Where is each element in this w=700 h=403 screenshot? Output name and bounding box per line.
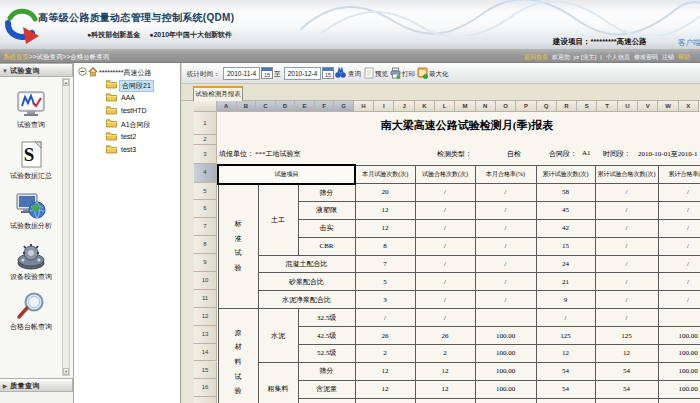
report-cell[interactable]: 含泥量 [298,380,355,398]
report-cell[interactable]: 筛分 [298,184,355,202]
report-cell[interactable] [536,398,595,403]
sheet-column-header[interactable]: G [334,101,354,112]
sheet-column-header[interactable]: U [618,101,638,112]
report-cell[interactable]: 8 [355,237,415,255]
report-cell[interactable]: / [658,255,700,273]
report-cell[interactable]: / [658,291,700,309]
report-cell[interactable]: / [595,255,658,273]
sheet-row-header[interactable]: 5 [194,183,217,201]
report-cell[interactable]: 42.5级 [298,327,355,345]
report-cell[interactable]: 54 [536,362,595,380]
report-cell[interactable] [298,398,355,403]
report-cell[interactable]: 54 [595,380,658,398]
report-cell[interactable]: / [475,237,536,255]
report-cell[interactable]: 水泥 [258,309,298,363]
preview-button[interactable]: 预览 [375,70,388,79]
report-header-cell[interactable]: 本月合格率(%) [475,165,536,184]
report-cell[interactable]: 42 [536,219,595,237]
sidebar-section-quality-query[interactable]: ▶质量查询 [0,378,73,392]
sheet-row-header[interactable]: 3 [194,145,217,164]
report-cell[interactable] [595,398,658,403]
report-cell[interactable]: / [415,255,475,273]
report-cell[interactable]: CBR [298,237,355,255]
user-menu-item[interactable]: 帮助 [678,54,690,60]
sheet-column-header[interactable]: X [679,101,699,112]
report-cell[interactable]: 12 [536,345,595,363]
report-cell[interactable]: / [595,184,658,202]
report-cell[interactable]: / [415,201,475,219]
report-cell[interactable]: 2 [415,345,475,363]
report-header-cell[interactable]: 本月试验次数(次) [355,165,415,184]
report-cell[interactable]: 26 [415,327,475,345]
report-cell[interactable]: 125 [536,327,595,345]
report-cell[interactable]: 水泥净浆配合比 [258,291,355,309]
collapse-icon[interactable] [78,67,87,76]
report-cell[interactable]: 12 [355,362,415,380]
report-cell[interactable]: 52.5级 [298,345,355,363]
sheet-column-header[interactable]: V [638,101,658,112]
calendar-to-icon[interactable]: 15 [322,67,334,79]
report-cell[interactable]: 12 [595,345,658,363]
print-button[interactable]: 打印 [402,70,415,79]
report-cell[interactable]: 54 [595,362,658,380]
report-header-cell[interactable]: 累计合格率(%) [658,165,700,184]
scroll-down-icon[interactable]: ▼ [63,368,69,375]
report-cell[interactable]: / [658,273,700,291]
report-cell[interactable]: 100.00 [475,327,536,345]
sheet-row-header[interactable]: 17 [194,397,217,403]
report-cell[interactable]: / [475,273,536,291]
report-cell[interactable]: / [658,201,700,219]
sheet-row-header[interactable]: 7 [194,218,217,236]
user-menu-item[interactable]: 返回首页 [524,54,548,60]
sheet-row-header[interactable]: 10 [194,272,217,290]
report-cell[interactable]: 100.00 [658,380,700,398]
report-cell[interactable]: 土工 [258,184,298,256]
report-cell[interactable]: 击实 [298,219,355,237]
report-cell[interactable]: 100.00 [475,345,536,363]
report-cell[interactable]: 125 [595,327,658,345]
sheet-row-header[interactable]: 12 [194,308,217,326]
report-cell[interactable]: / [415,184,475,202]
report-cell[interactable]: / [595,219,658,237]
date-from-input[interactable] [223,67,260,80]
report-cell[interactable]: 100.00 [658,362,700,380]
report-cell[interactable]: 筛分 [298,362,355,380]
report-cell[interactable]: 粗集料 [258,362,298,403]
report-cell[interactable]: / [536,309,595,327]
sheet-row-header[interactable]: 9 [194,254,217,272]
sheet-row-header[interactable]: 15 [194,362,217,380]
sheet-column-header[interactable]: Q [537,101,557,112]
sheet-column-header[interactable]: B [237,101,257,112]
sidebar-item-data-summary[interactable]: S 试验数据汇总 [0,140,62,181]
report-cell[interactable]: / [658,237,700,255]
sheet-column-header[interactable]: K [415,101,435,112]
sheet-column-header[interactable]: H [354,101,374,112]
sheet-column-header[interactable]: I [374,101,394,112]
client-download-link[interactable]: 客户端下载 [678,38,700,48]
report-cell[interactable]: 26 [355,327,415,345]
report-cell[interactable]: 液塑限 [298,201,355,219]
report-cell[interactable]: / [415,273,475,291]
report-cell[interactable]: / [475,291,536,309]
calendar-from-icon[interactable]: 15 [261,67,273,79]
sheet-row-header[interactable]: 11 [194,290,217,308]
report-cell[interactable]: 12 [355,219,415,237]
report-cell[interactable]: / [475,184,536,202]
report-cell[interactable]: 100.00 [475,380,536,398]
report-cell[interactable]: 32.5级 [298,309,355,327]
maximize-button[interactable]: 最大化 [429,70,449,79]
report-cell[interactable]: / [475,255,536,273]
sheet-column-header[interactable]: P [516,101,536,112]
report-cell[interactable]: 20 [355,184,415,202]
report-cell[interactable]: / [595,273,658,291]
report-cell[interactable]: 2 [355,345,415,363]
sheet-column-header[interactable]: O [496,101,516,112]
sheet-column-header[interactable]: M [455,101,475,112]
report-cell[interactable]: / [355,309,415,327]
report-cell[interactable]: 3 [355,291,415,309]
sheet-row-header[interactable]: 8 [194,236,217,254]
report-cell[interactable] [475,309,536,327]
report-header-cell[interactable]: 试验合格次数(次) [415,165,475,184]
tab-monthly-report[interactable]: 试验检测月报表 [193,86,243,101]
query-button[interactable]: 查询 [348,70,361,79]
